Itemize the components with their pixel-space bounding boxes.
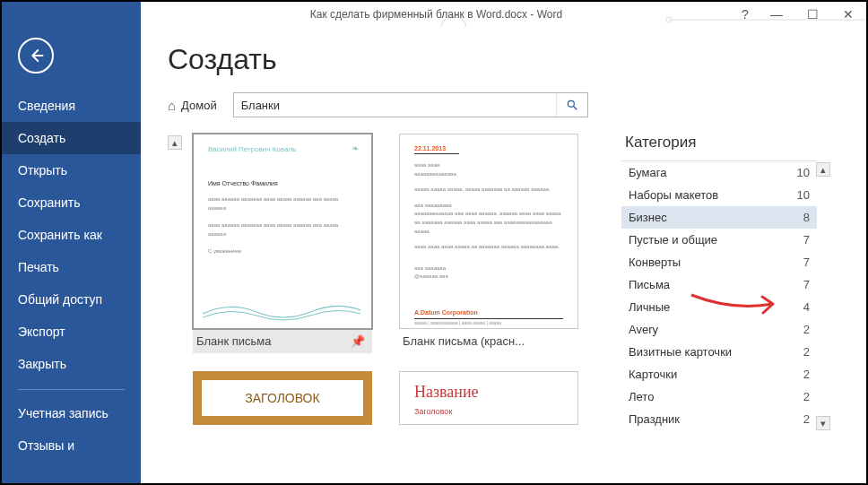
template-thumb: Василий Петрович Коваль ❧ Имя Отчество Ф… (193, 134, 372, 329)
category-item[interactable]: Праздник2 (621, 408, 817, 430)
category-count: 10 (797, 188, 810, 202)
category-name: Личные (629, 300, 670, 314)
category-count: 10 (797, 166, 810, 179)
category-item[interactable]: Карточки2 (621, 363, 817, 385)
back-button[interactable] (18, 38, 54, 74)
category-item[interactable]: Бизнес8 (621, 206, 817, 229)
category-name: Праздник (629, 412, 680, 426)
main-panel: Создать ⌂ Домой ▴ (141, 27, 866, 483)
category-item[interactable]: Пустые и общие7 (621, 229, 817, 251)
sidebar-item-account[interactable]: Учетная запись (2, 397, 141, 429)
template-thumb: Название Заголовок (399, 371, 578, 425)
template-label: Бланк письма (196, 334, 271, 348)
category-name: Визитные карточки (629, 345, 732, 359)
sidebar: Сведения Создать Открыть Сохранить Сохра… (2, 27, 141, 483)
sidebar-item-info[interactable]: Сведения (2, 90, 141, 122)
template-thumb: ЗАГОЛОВОК (193, 371, 372, 425)
svg-point-4 (568, 100, 574, 107)
sidebar-item-open[interactable]: Открыть (2, 154, 141, 186)
category-name: Бумага (629, 166, 666, 179)
sidebar-item-share[interactable]: Общий доступ (2, 283, 141, 316)
category-item[interactable]: Конверты7 (621, 251, 817, 273)
category-item[interactable]: Наборы макетов10 (621, 184, 817, 206)
sidebar-item-export[interactable]: Экспорт (2, 316, 141, 348)
bird-icon: ❧ (352, 143, 359, 153)
template-card[interactable]: Название Заголовок (399, 371, 578, 425)
sidebar-item-save[interactable]: Сохранить (2, 186, 141, 219)
annotation-arrow (688, 291, 791, 324)
scroll-up-icon[interactable]: ▴ (816, 162, 830, 177)
category-count: 2 (803, 390, 810, 403)
category-count: 2 (803, 412, 810, 426)
sidebar-item-close[interactable]: Закрыть (2, 348, 141, 380)
category-name: Карточки (629, 368, 677, 381)
help-button[interactable]: ? (732, 7, 759, 22)
category-name: Лето (629, 390, 654, 403)
category-name: Конверты (629, 255, 681, 269)
category-count: 2 (803, 368, 810, 381)
categories-scrollbar[interactable]: ▴ ▾ (817, 162, 829, 430)
home-icon: ⌂ (168, 98, 176, 113)
sidebar-item-saveas[interactable]: Сохранить как (2, 219, 141, 251)
template-card[interactable]: ЗАГОЛОВОК (193, 371, 372, 425)
category-count: 7 (803, 278, 810, 291)
scroll-up-icon[interactable]: ▴ (168, 135, 182, 150)
sidebar-item-feedback[interactable]: Отзывы и (2, 429, 141, 462)
category-count: 8 (803, 211, 810, 224)
search-button[interactable] (556, 93, 587, 117)
category-count: 2 (803, 323, 810, 336)
close-button[interactable]: ✕ (830, 2, 866, 27)
category-name: Наборы макетов (629, 188, 718, 202)
template-label: Бланк письма (красн... (403, 334, 525, 348)
svg-line-5 (573, 107, 577, 110)
categories-title: Категория (621, 134, 817, 152)
page-title: Создать (168, 43, 866, 76)
category-name: Avery (629, 323, 658, 336)
template-card[interactable]: 22.11.2013 аааа аааааааааааааааааа ааааа… (399, 134, 578, 353)
category-name: Письма (629, 278, 670, 291)
scroll-down-icon[interactable]: ▾ (816, 416, 830, 430)
templates-scrollbar[interactable]: ▴ (168, 134, 182, 150)
home-link[interactable]: ⌂ Домой (168, 98, 217, 113)
document-title: Как сделать фирменный бланк в Word.docx … (141, 2, 732, 27)
category-item[interactable]: Визитные карточки2 (621, 341, 817, 363)
category-item[interactable]: Бумага10 (621, 161, 817, 184)
home-label: Домой (181, 99, 217, 112)
category-item[interactable]: Лето2 (621, 385, 817, 408)
sidebar-item-print[interactable]: Печать (2, 251, 141, 283)
templates-grid: Василий Петрович Коваль ❧ Имя Отчество Ф… (193, 134, 605, 425)
search-box (233, 92, 588, 117)
template-card[interactable]: Василий Петрович Коваль ❧ Имя Отчество Ф… (193, 134, 372, 353)
maximize-button[interactable]: ☐ (794, 2, 830, 27)
template-thumb: 22.11.2013 аааа аааааааааааааааааа ааааа… (399, 134, 578, 329)
category-count: 7 (803, 233, 810, 247)
categories-panel: Категория Бумага10Наборы макетов10Бизнес… (621, 134, 817, 430)
category-name: Бизнес (629, 211, 667, 224)
category-count: 4 (803, 300, 810, 314)
pin-icon[interactable]: 📌 (351, 334, 365, 348)
category-count: 2 (803, 345, 810, 359)
titlebar: Как сделать фирменный бланк в Word.docx … (2, 2, 866, 27)
sidebar-item-new[interactable]: Создать (2, 122, 141, 154)
category-count: 7 (803, 255, 810, 269)
search-input[interactable] (234, 93, 556, 117)
category-name: Пустые и общие (629, 233, 717, 247)
minimize-button[interactable]: — (759, 2, 794, 27)
